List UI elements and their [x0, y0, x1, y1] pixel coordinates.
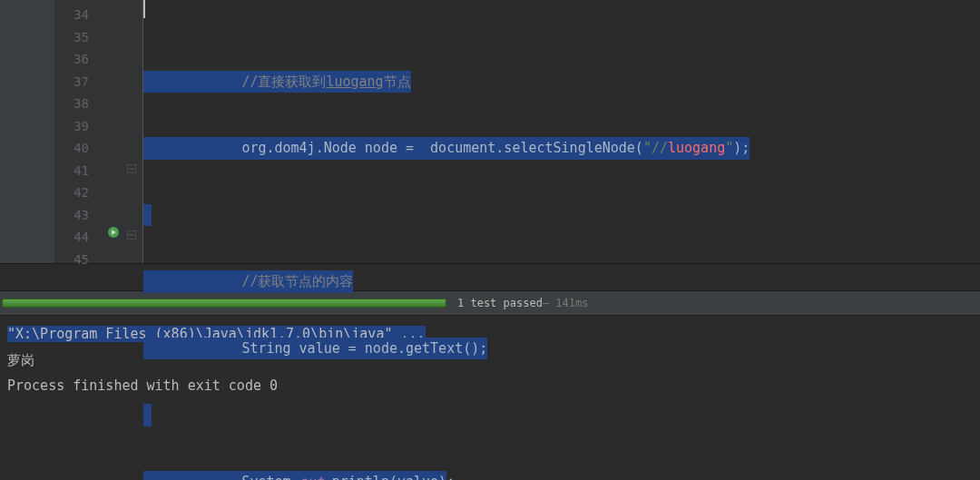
line-number-gutter: 34 35 36 37 38 39 40 41 42 43 44 45: [54, 0, 100, 263]
editor-left-margin: [0, 0, 54, 263]
gutter-icons: [100, 0, 143, 263]
run-test-icon[interactable]: [107, 226, 120, 239]
line-number: 42: [54, 181, 89, 204]
line-number: 37: [54, 71, 89, 93]
code-line: System.out.println(value);: [143, 471, 980, 481]
line-number: 39: [54, 115, 89, 138]
code-line: //直接获取到luogang节点: [143, 71, 980, 93]
code-editor[interactable]: 34 35 36 37 38 39 40 41 42 43 44 45 //直接…: [0, 0, 980, 263]
code-line: String value = node.getText();: [143, 338, 980, 360]
line-number: 44: [54, 226, 89, 249]
line-number: 35: [54, 26, 89, 49]
code-line: //获取节点的内容: [143, 270, 980, 293]
line-number: 43: [54, 204, 89, 227]
line-number: 34: [54, 4, 89, 26]
line-number: 36: [54, 48, 89, 71]
text-cursor: [143, 0, 145, 18]
code-content[interactable]: //直接获取到luogang节点 org.dom4j.Node node = d…: [143, 0, 980, 263]
fold-minus-icon[interactable]: [127, 230, 136, 239]
line-number: 45: [54, 249, 89, 271]
code-line: org.dom4j.Node node = document.selectSin…: [143, 137, 980, 160]
line-number: 38: [54, 93, 89, 115]
fold-minus-icon[interactable]: [127, 163, 136, 172]
line-number: 41: [54, 160, 89, 182]
code-line: [143, 404, 980, 426]
code-line: [143, 204, 980, 227]
line-number: 40: [54, 137, 89, 160]
